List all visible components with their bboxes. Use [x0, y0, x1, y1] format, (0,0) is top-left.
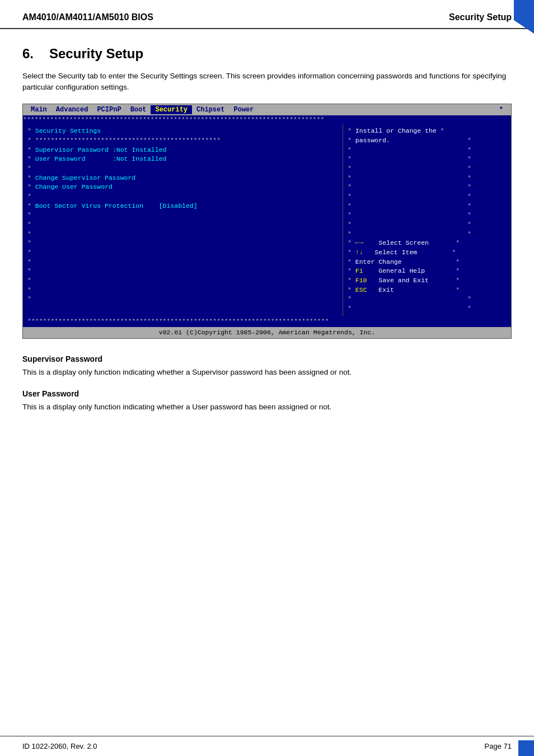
- bios-line-2: * **************************************…: [27, 136, 338, 146]
- bios-menu-chipset: Chipset: [192, 105, 229, 115]
- bios-right-select-item: * ↑↓ Select Item *: [348, 248, 507, 258]
- bios-menu-pcipnp: PCIPnP: [92, 105, 125, 115]
- bios-right-select-screen: * ←→ Select Screen *: [348, 239, 507, 248]
- bios-right-panel: * Install or Change the * * password. * …: [343, 124, 511, 315]
- corner-accent-bottom: [518, 740, 534, 756]
- bios-left-panel: * Security Settings * ******************…: [23, 124, 343, 315]
- bios-line-18: *: [27, 286, 338, 295]
- subsection-supervisor-title: Supervisor Password: [22, 354, 512, 363]
- bios-right-line-7: * *: [348, 183, 507, 192]
- bios-right-line-empty1: * *: [348, 295, 507, 304]
- bios-right-f10-save: * F10 Save and Exit *: [348, 276, 507, 286]
- bios-line-17: *: [27, 276, 338, 286]
- bios-right-line-1: * Install or Change the *: [348, 127, 507, 136]
- bios-line-8: *: [27, 192, 338, 202]
- bios-footer-copyright: v02.61 (C)Copyright 1985-2006, American …: [23, 327, 511, 338]
- bios-menubar: Main Advanced PCIPnP Boot Security Chips…: [23, 104, 511, 116]
- footer-right: Page 71: [485, 742, 512, 750]
- bios-right-line-4: * *: [348, 155, 507, 164]
- subsection-supervisor: Supervisor Password This is a display on…: [22, 354, 512, 378]
- bios-right-line-10: * *: [348, 211, 507, 220]
- subsection-user: User Password This is a display only fun…: [22, 389, 512, 413]
- bios-right-line-5: * *: [348, 164, 507, 174]
- section-heading: 6. Security Setup: [22, 46, 512, 62]
- bios-line-3: * Supervisor Password :Not Installed: [27, 146, 338, 155]
- bios-line-12: *: [27, 230, 338, 239]
- subsection-user-text: This is a display only function indicati…: [22, 402, 512, 413]
- bios-right-line-11: * *: [348, 220, 507, 230]
- bios-menu-power: Power: [229, 105, 258, 115]
- bios-right-line-9: * *: [348, 202, 507, 211]
- bios-footer-stars: ****************************************…: [23, 316, 511, 327]
- bios-right-line-12: * *: [348, 230, 507, 239]
- footer-left: ID 1022-2060, Rev. 2.0: [22, 742, 97, 750]
- bios-right-line-6: * *: [348, 174, 507, 183]
- bios-menu-boot: Boot: [126, 105, 151, 115]
- bios-line-7: * Change User Password: [27, 183, 338, 192]
- bios-menu-main: Main: [26, 105, 51, 115]
- subsection-supervisor-text: This is a display only function indicati…: [22, 367, 512, 378]
- bios-menu-advanced: Advanced: [51, 105, 93, 115]
- page-header: AM4010/AM4011/AM5010 BIOS Security Setup: [0, 0, 534, 29]
- bios-line-6: * Change Supervisor Password: [27, 174, 338, 183]
- bios-right-line-empty2: * *: [348, 304, 507, 314]
- bios-screen: Main Advanced PCIPnP Boot Security Chips…: [22, 104, 512, 339]
- bios-line-10: *: [27, 211, 338, 220]
- header-left-title: AM4010/AM4011/AM5010 BIOS: [22, 12, 153, 22]
- bios-line-11: *: [27, 220, 338, 230]
- page-footer: ID 1022-2060, Rev. 2.0 Page 71: [0, 736, 534, 756]
- bios-right-enter-change: * Enter Change *: [348, 258, 507, 267]
- bios-line-16: *: [27, 267, 338, 276]
- bios-line-1: * Security Settings: [27, 127, 338, 136]
- bios-line-13: *: [27, 239, 338, 248]
- section-title: Security Setup: [49, 46, 143, 62]
- bios-right-esc: * ESC Exit *: [348, 286, 507, 295]
- header-right-title: Security Setup: [449, 12, 512, 22]
- bios-top-stars: ****************************************…: [23, 115, 511, 124]
- section-number: 6.: [22, 46, 34, 62]
- bios-body: * Security Settings * ******************…: [23, 124, 511, 315]
- page-content: 6. Security Setup Select the Security ta…: [0, 29, 534, 441]
- bios-line-14: *: [27, 248, 338, 258]
- bios-right-line-8: * *: [348, 192, 507, 202]
- bios-menu-security: Security: [151, 105, 192, 115]
- bios-line-5: *: [27, 164, 338, 174]
- bios-line-19: *: [27, 295, 338, 304]
- bios-right-f1: * F1 General Help *: [348, 267, 507, 276]
- bios-line-9: * Boot Sector Virus Protection [Disabled…: [27, 202, 338, 211]
- bios-right-line-2: * password. *: [348, 136, 507, 146]
- bios-menu-star: *: [495, 105, 508, 115]
- bios-line-4: * User Password :Not Installed: [27, 155, 338, 164]
- bios-line-15: *: [27, 258, 338, 267]
- intro-paragraph: Select the Security tab to enter the Sec…: [22, 71, 512, 94]
- bios-right-line-3: * *: [348, 146, 507, 155]
- subsection-user-title: User Password: [22, 389, 512, 398]
